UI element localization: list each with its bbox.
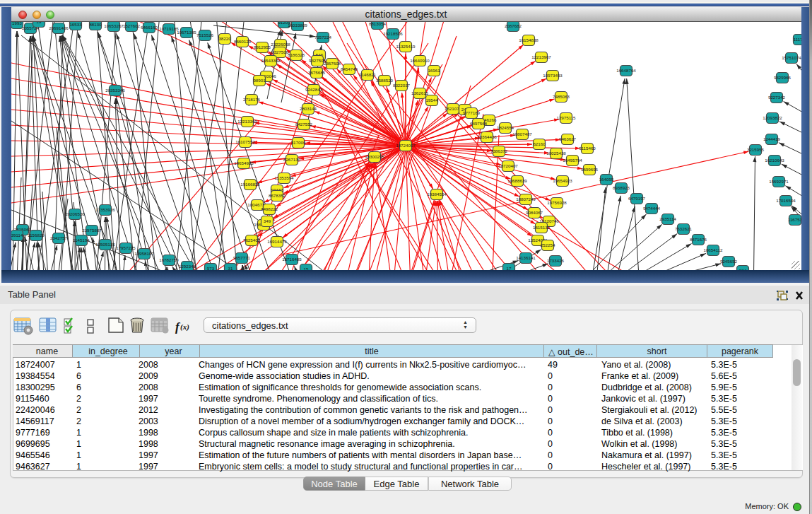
svg-text:349: 349 — [264, 218, 271, 223]
svg-text:1733426: 1733426 — [547, 258, 565, 263]
svg-text:18724007: 18724007 — [396, 143, 416, 148]
svg-text:9474444: 9474444 — [643, 206, 661, 211]
svg-text:19: 19 — [37, 22, 42, 24]
svg-text:10671385: 10671385 — [177, 30, 196, 35]
svg-text:19654925: 19654925 — [234, 160, 254, 165]
svg-text:2342757: 2342757 — [50, 235, 68, 240]
svg-text:12975115: 12975115 — [556, 115, 576, 120]
svg-text:16914479: 16914479 — [267, 239, 287, 244]
svg-text:11170: 11170 — [794, 37, 801, 42]
svg-text:3675685: 3675685 — [308, 70, 326, 75]
svg-text:16154838: 16154838 — [519, 37, 539, 42]
svg-text:9777169: 9777169 — [463, 110, 481, 115]
svg-text:9657771: 9657771 — [233, 255, 251, 260]
svg-text:8912955: 8912955 — [254, 45, 271, 49]
svg-text:1615132: 1615132 — [533, 225, 551, 230]
svg-text:317006: 317006 — [291, 140, 306, 145]
svg-text:1244419: 1244419 — [763, 136, 781, 141]
svg-text:8267130: 8267130 — [283, 157, 301, 162]
svg-text:15692971: 15692971 — [769, 179, 789, 184]
svg-text:98901: 98901 — [253, 78, 266, 83]
svg-text:1362615: 1362615 — [411, 90, 429, 95]
svg-text:6479197: 6479197 — [628, 196, 646, 201]
svg-text:11353594: 11353594 — [274, 175, 294, 180]
svg-text:8427552: 8427552 — [295, 122, 313, 127]
svg-text:1588520: 1588520 — [376, 78, 394, 83]
svg-text:7357224: 7357224 — [314, 35, 332, 40]
svg-text:9245652: 9245652 — [720, 259, 738, 264]
svg-text:14136141: 14136141 — [516, 255, 536, 260]
svg-text:16210643: 16210643 — [765, 158, 784, 163]
svg-text:9327506: 9327506 — [271, 49, 289, 54]
svg-text:10807487: 10807487 — [512, 132, 532, 136]
svg-text:1824554: 1824554 — [497, 125, 514, 130]
svg-text:17016504: 17016504 — [776, 198, 796, 203]
svg-text:16782759: 16782759 — [159, 257, 179, 262]
svg-text:1527602: 1527602 — [123, 23, 141, 28]
svg-text:7515526: 7515526 — [196, 33, 214, 37]
svg-text:18807249: 18807249 — [516, 197, 536, 201]
svg-text:7386372: 7386372 — [490, 148, 508, 153]
svg-text:2803144: 2803144 — [300, 106, 317, 111]
svg-text:17353926: 17353926 — [95, 207, 115, 212]
svg-text:3215955: 3215955 — [747, 147, 765, 152]
svg-text:2935114: 2935114 — [659, 216, 676, 221]
svg-text:8938923: 8938923 — [613, 185, 630, 190]
svg-text:10719185: 10719185 — [159, 26, 179, 31]
svg-text:18720407: 18720407 — [498, 163, 518, 168]
svg-text:2087682: 2087682 — [505, 23, 522, 28]
svg-text:7485063: 7485063 — [553, 94, 570, 99]
svg-text:20206536: 20206536 — [65, 211, 85, 216]
svg-text:10025438: 10025438 — [546, 151, 566, 156]
svg-text:164095: 164095 — [599, 177, 614, 182]
svg-text:23226058: 23226058 — [271, 42, 290, 47]
svg-text:8186328: 8186328 — [288, 52, 305, 57]
svg-text:38220: 38220 — [218, 36, 231, 41]
svg-text:7625402: 7625402 — [243, 238, 261, 243]
svg-text:20353346: 20353346 — [105, 88, 125, 93]
svg-text:10688639: 10688639 — [507, 178, 527, 183]
svg-text:2718176: 2718176 — [243, 97, 261, 102]
svg-text:62160: 62160 — [533, 141, 546, 146]
svg-text:3498222: 3498222 — [261, 206, 278, 211]
svg-text:15751074: 15751074 — [782, 55, 801, 60]
svg-text:19218506: 19218506 — [383, 31, 403, 36]
svg-text:252254: 252254 — [541, 243, 555, 247]
svg-text:12505135: 12505135 — [95, 242, 115, 247]
svg-text:16533: 16533 — [69, 22, 82, 27]
svg-text:116753: 116753 — [788, 217, 801, 222]
svg-text:2367608: 2367608 — [324, 61, 341, 66]
svg-text:8454749: 8454749 — [341, 66, 358, 71]
svg-text:6466160: 6466160 — [141, 25, 158, 30]
svg-text:16495794: 16495794 — [563, 158, 582, 163]
svg-text:1156829: 1156829 — [28, 233, 45, 238]
svg-text:1292346: 1292346 — [179, 264, 196, 269]
svg-text:88130: 88130 — [89, 22, 102, 27]
svg-text:9242843: 9242843 — [305, 87, 323, 92]
svg-text:9084067: 9084067 — [526, 210, 543, 215]
svg-text:16648764: 16648764 — [616, 68, 636, 73]
svg-text:9115460: 9115460 — [579, 146, 596, 151]
svg-text:20691406: 20691406 — [49, 25, 69, 30]
svg-text:12213967: 12213967 — [531, 54, 551, 59]
svg-text:18300295: 18300295 — [365, 154, 384, 159]
svg-text:7632621: 7632621 — [675, 226, 693, 231]
svg-text:10653267: 10653267 — [104, 23, 124, 28]
svg-text:8813054: 8813054 — [369, 22, 387, 26]
svg-text:12093822: 12093822 — [763, 115, 782, 120]
svg-text:1993: 1993 — [12, 22, 22, 25]
svg-text:17957225: 17957225 — [116, 245, 136, 250]
svg-text:16033809: 16033809 — [288, 23, 307, 28]
svg-text:1145194: 1145194 — [73, 238, 90, 243]
svg-text:16961: 16961 — [428, 68, 440, 73]
svg-text:15716485: 15716485 — [282, 257, 302, 262]
svg-text:23975887: 23975887 — [82, 228, 102, 233]
svg-text:19384554: 19384554 — [427, 192, 447, 197]
svg-text:39114: 39114 — [11, 233, 23, 238]
svg-text:8660123: 8660123 — [234, 39, 252, 44]
svg-text:8322037: 8322037 — [393, 83, 411, 88]
svg-text:(x): (x) — [180, 322, 189, 332]
svg-text:19654923: 19654923 — [553, 178, 572, 183]
svg-text:9329966: 9329966 — [774, 75, 792, 80]
svg-text:10654112: 10654112 — [703, 247, 723, 252]
